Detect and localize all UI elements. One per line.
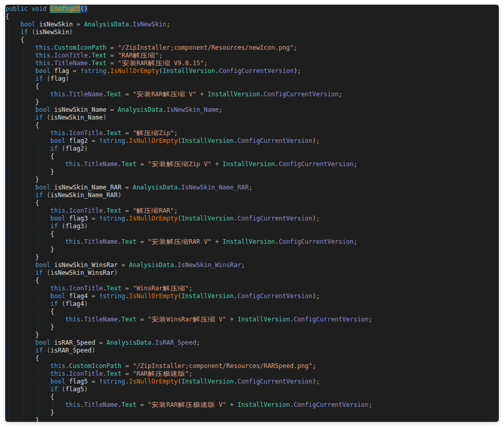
token-pn: + xyxy=(211,160,223,168)
token-kw: this xyxy=(35,52,50,59)
token-pn: { xyxy=(50,230,54,238)
token-ty: InstallVersion xyxy=(181,378,234,385)
token-pn: { xyxy=(6,13,9,20)
code-line: } xyxy=(6,254,499,261)
token-id: flag3 xyxy=(69,215,91,222)
token-kw: this xyxy=(65,160,80,168)
token-st: "/ZipInstaller;component/Resources/newIc… xyxy=(118,44,294,51)
token-pn: = xyxy=(140,160,148,168)
token-pn: = xyxy=(125,184,133,191)
token-pn: ); xyxy=(312,292,320,300)
token-st: "/ZipInstaller;component/Resources/RARSp… xyxy=(133,362,312,370)
code-line: } xyxy=(6,331,499,339)
token-pn: . xyxy=(125,378,129,385)
code-line: { xyxy=(6,83,499,91)
token-pn: . xyxy=(118,316,121,323)
code-line: this.CustomIconPath = "/ZipInstaller;com… xyxy=(6,362,499,370)
code-area[interactable]: public void ConfigUI(){ bool isNewSkin =… xyxy=(6,5,499,422)
token-pn: { xyxy=(35,83,39,90)
code-editor-panel[interactable]: public void ConfigUI(){ bool isNewSkin =… xyxy=(5,5,499,422)
token-kw: if xyxy=(50,386,62,393)
token-pn: ; xyxy=(174,207,178,214)
cjk-text: 安装解压缩 xyxy=(151,160,196,168)
token-kw: bool xyxy=(50,137,69,144)
token-pr: Text xyxy=(107,370,125,377)
token-pn: ) xyxy=(65,75,69,82)
token-fl: IconTitle xyxy=(69,285,103,292)
token-pn: + xyxy=(196,91,208,98)
token-kw: if xyxy=(35,114,47,121)
code-line: { xyxy=(6,36,499,44)
indent-guide xyxy=(38,129,39,176)
token-id: flag xyxy=(54,67,73,75)
code-line: this.TitleName.Text = "安装解压缩RAR V" + Ins… xyxy=(6,238,499,246)
token-kw: if xyxy=(50,300,62,307)
token-id: isNewSkin xyxy=(39,21,77,28)
token-kw: bool xyxy=(50,378,69,385)
indent-guide xyxy=(53,401,54,409)
indent-guide xyxy=(53,160,54,168)
token-pn: . xyxy=(290,401,294,408)
token-pn: { xyxy=(35,122,39,129)
token-pn: = xyxy=(125,370,133,377)
token-pn: ); xyxy=(312,378,320,385)
token-pr: Text xyxy=(92,52,110,59)
token-pn: { xyxy=(35,199,39,207)
token-pn: ; xyxy=(353,238,357,245)
token-ty: InstallVersion xyxy=(223,160,275,168)
token-st: "安装解压缩RAR V" xyxy=(148,238,211,245)
token-fl: ConfigCurrentVersion xyxy=(238,378,313,385)
code-line: } xyxy=(6,98,499,106)
token-fl: TitleName xyxy=(54,60,88,67)
cjk-text: 安装解压缩 xyxy=(151,238,196,246)
token-pn: ; xyxy=(368,401,372,408)
token-pn: . xyxy=(178,184,181,191)
token-kw: public xyxy=(6,5,32,12)
token-pn: = xyxy=(140,238,148,245)
cjk-text: 安装 xyxy=(122,60,140,67)
token-kw: this xyxy=(35,60,50,67)
token-pr: Text xyxy=(107,207,125,214)
token-fl: ConfigCurrentVersion xyxy=(279,238,354,245)
token-pn: ); xyxy=(312,137,320,144)
code-line: { xyxy=(6,122,499,129)
cjk-text: 解压极速版 xyxy=(148,370,193,378)
token-st: "安装解压缩Zip V" xyxy=(148,160,211,168)
token-st: "安装RAR解压极速版 V" xyxy=(148,401,226,408)
token-pn: = xyxy=(125,207,133,214)
token-pn: ; xyxy=(166,21,170,28)
token-pn: = xyxy=(121,261,128,269)
token-kw: this xyxy=(65,316,80,323)
token-kw: bool xyxy=(35,184,54,191)
code-line: bool isRAR_Speed = AnalysisData.IsRAR_Sp… xyxy=(6,339,499,347)
token-ty: InstallVersion xyxy=(181,292,234,300)
indent-guide xyxy=(38,362,39,417)
token-pn: = xyxy=(140,316,148,323)
token-pn: ) xyxy=(69,28,73,36)
token-pn: . xyxy=(151,339,155,346)
token-mt: IsNullOrEmpty xyxy=(129,292,178,300)
token-pr: CustomIconPath xyxy=(69,362,125,370)
token-ty: InstallVersion xyxy=(223,238,275,245)
code-line: if (isNewSkin_Name_RAR) xyxy=(6,192,499,199)
token-kw: void xyxy=(32,5,50,12)
cjk-text: 解压缩 xyxy=(193,316,220,323)
token-kw: bool xyxy=(35,339,54,346)
token-mt: IsNullOrEmpty xyxy=(129,137,178,144)
token-id: isNewSkin_Name xyxy=(50,114,103,121)
token-fl: ConfigCurrentVersion xyxy=(294,401,369,408)
indent-guide xyxy=(23,44,24,422)
code-line: bool flag5 = !string.IsNullOrEmpty(Insta… xyxy=(6,378,499,386)
highlighted-method-name: ConfigUI xyxy=(50,5,81,13)
token-pn: ; xyxy=(249,184,252,191)
cjk-text: 解压极速版 xyxy=(178,401,223,409)
code-line: bool flag = !string.IsNullOrEmpty(Instal… xyxy=(6,67,499,75)
token-fl: IsNewSkin_Name_RAR xyxy=(181,184,249,191)
token-pn: = xyxy=(110,106,118,113)
token-pn: . xyxy=(103,370,106,377)
token-pn: . xyxy=(125,292,129,300)
token-pn: = xyxy=(110,52,118,59)
code-line: this.IconTitle.Text = "RAR解压极速版"; xyxy=(6,370,499,378)
token-pn: ) xyxy=(84,223,88,230)
token-fl: ConfigCurrentVersion xyxy=(238,137,313,144)
